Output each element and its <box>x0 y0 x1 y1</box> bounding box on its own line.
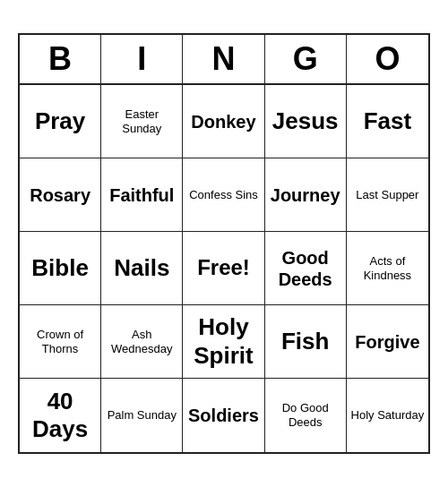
bingo-cell-24: Holy Saturday <box>347 379 428 452</box>
bingo-header: BINGO <box>20 35 428 85</box>
header-letter-b: B <box>20 35 101 83</box>
bingo-cell-6: Faithful <box>101 158 183 232</box>
bingo-cell-0: Pray <box>20 85 101 158</box>
bingo-cell-10: Bible <box>20 232 101 305</box>
bingo-cell-4: Fast <box>347 85 428 158</box>
header-letter-n: N <box>183 35 264 83</box>
bingo-cell-2: Donkey <box>183 85 264 158</box>
bingo-cell-23: Do Good Deeds <box>265 379 347 452</box>
bingo-card: BINGO PrayEaster SundayDonkeyJesusFastRo… <box>18 33 430 454</box>
bingo-cell-16: Ash Wednesday <box>101 305 183 379</box>
bingo-cell-21: Palm Sunday <box>101 379 183 452</box>
bingo-cell-7: Confess Sins <box>183 158 264 232</box>
bingo-cell-17: Holy Spirit <box>183 305 264 379</box>
bingo-cell-8: Journey <box>265 158 347 232</box>
bingo-grid: PrayEaster SundayDonkeyJesusFastRosaryFa… <box>20 85 428 452</box>
header-letter-o: O <box>347 35 428 83</box>
bingo-cell-22: Soldiers <box>183 379 264 452</box>
bingo-cell-1: Easter Sunday <box>101 85 183 158</box>
bingo-cell-18: Fish <box>265 305 347 379</box>
bingo-cell-20: 40 Days <box>20 379 101 452</box>
bingo-cell-19: Forgive <box>347 305 428 379</box>
bingo-cell-14: Acts of Kindness <box>347 232 428 305</box>
header-letter-g: G <box>265 35 347 83</box>
bingo-cell-15: Crown of Thorns <box>20 305 101 379</box>
bingo-cell-11: Nails <box>101 232 183 305</box>
header-letter-i: I <box>101 35 183 83</box>
bingo-cell-5: Rosary <box>20 158 101 232</box>
bingo-cell-9: Last Supper <box>347 158 428 232</box>
bingo-cell-12: Free! <box>183 232 264 305</box>
bingo-cell-3: Jesus <box>265 85 347 158</box>
bingo-cell-13: Good Deeds <box>265 232 347 305</box>
